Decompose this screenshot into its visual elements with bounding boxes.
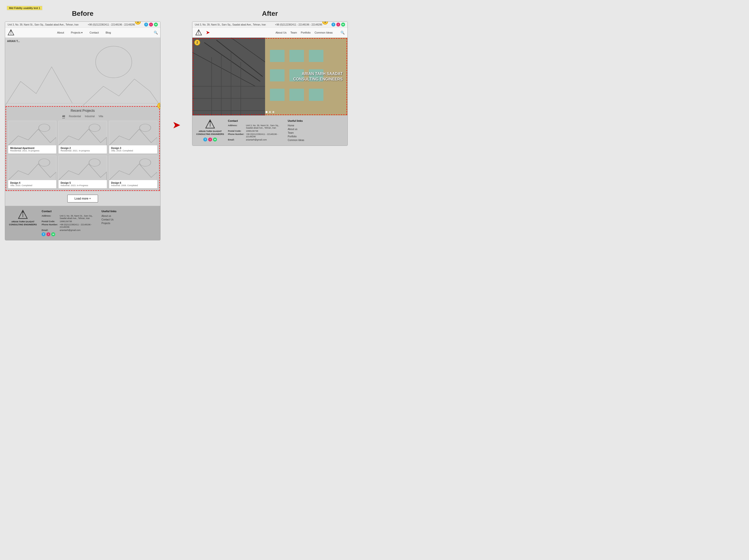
after-search-icon[interactable]: 🔍: [340, 31, 345, 35]
project-name-1: Mirdamad Apartment: [10, 147, 54, 150]
load-more-button[interactable]: Load more +: [67, 195, 98, 202]
after-footer-link-3[interactable]: Portfolio: [288, 135, 344, 138]
hero-dot-1[interactable]: [265, 111, 268, 113]
instagram-icon[interactable]: I: [149, 23, 153, 26]
before-title: Before: [5, 10, 160, 18]
filter-industrial[interactable]: Industrial: [85, 115, 95, 118]
project-thumb-3: [109, 121, 157, 145]
before-panel: Before 1 Unit 3, No. 39, Nami St., Sarv …: [5, 10, 160, 240]
hero-dot-3[interactable]: [272, 111, 274, 113]
before-footer: ARIAN TARH SAADAT CONSULTING ENGINEERS C…: [5, 206, 160, 240]
after-instagram-icon[interactable]: I: [336, 23, 340, 26]
after-telegram-icon[interactable]: T: [331, 23, 335, 26]
svg-rect-41: [270, 69, 284, 82]
footer-telegram-icon[interactable]: T: [42, 232, 45, 236]
svg-rect-46: [309, 89, 323, 101]
filter-villa[interactable]: Villa: [99, 115, 103, 118]
project-card-4[interactable]: Design 4 Villa. 2010. Completed: [8, 156, 57, 188]
after-footer-instagram[interactable]: I: [208, 138, 212, 141]
footer-links-section: Useful links About us Contact Us Project…: [101, 210, 156, 236]
before-hero: [5, 38, 160, 106]
project-card-6[interactable]: Design 6 Industrial. 2008. Completed: [109, 156, 157, 188]
nav-projects[interactable]: Projects ▾: [70, 31, 84, 35]
after-nav-common[interactable]: Common Ideas: [315, 31, 333, 34]
after-footer-logo-area: ARIAN TARH SAADAT CONSULTING ENGINEERS T…: [196, 119, 224, 142]
after-social-icons: T I W: [331, 23, 345, 26]
project-meta-4: Villa. 2010. Completed: [10, 184, 54, 187]
filter-residential[interactable]: Residential: [69, 115, 81, 118]
after-footer: ARIAN TARH SAADAT CONSULTING ENGINEERS T…: [192, 115, 347, 145]
svg-rect-10: [109, 121, 157, 145]
nav-contact[interactable]: Contact: [88, 31, 100, 35]
after-footer-link-4[interactable]: Common Ideas: [288, 139, 344, 141]
footer-instagram-icon[interactable]: I: [46, 232, 50, 236]
project-card-3[interactable]: Design 3 Villa. 2019. Completed: [109, 121, 157, 154]
before-nav-links: About Projects ▾ Contact Blog: [19, 31, 149, 35]
nav-change-arrow: ➤: [206, 30, 210, 35]
svg-rect-40: [309, 50, 323, 62]
project-meta-1: Residential. 2021. In-progress: [10, 150, 54, 152]
project-name-2: Design 2: [61, 147, 105, 150]
after-title: After: [192, 10, 348, 18]
hero-dot-2[interactable]: [269, 111, 271, 113]
project-info-4: Design 4 Villa. 2010. Completed: [8, 180, 56, 188]
svg-rect-45: [290, 89, 304, 101]
after-phone-text: +98 (0)2122382411 - 22148196 - 22148296: [275, 23, 322, 26]
after-footer-link-0[interactable]: Home: [288, 124, 344, 127]
projects-grid: Mirdamad Apartment Residential. 2021. In…: [8, 121, 157, 188]
after-nav-portfolio[interactable]: Portfolio: [301, 31, 311, 34]
footer-email-label: Email:: [42, 229, 59, 231]
project-thumb-2: [59, 121, 107, 145]
after-footer-phone-label: Phone Number:: [228, 133, 245, 138]
after-footer-telegram[interactable]: T: [203, 138, 207, 141]
after-hero: ARIAN TARH SAADAT CONSULTING ENGINEERS: [192, 38, 347, 115]
after-footer-links-list: Home About us Team Portfolio Common Idea…: [288, 124, 344, 141]
after-footer-address-label: Address:: [228, 124, 245, 129]
whatsapp-icon[interactable]: W: [154, 23, 158, 26]
after-nav-about[interactable]: About Us: [276, 31, 286, 34]
project-card-5[interactable]: Design 5 Industrial. 2023. In-Progress: [58, 156, 107, 188]
project-name-4: Design 4: [10, 182, 54, 184]
after-browser: 1 Unit 3, No. 39, Nami St., Sarv Sq., Sa…: [192, 21, 348, 146]
arrow-connector: ➤: [170, 120, 183, 130]
after-nav-bar: ➤ About Us Team Portfolio Common Ideas 🔍: [192, 28, 347, 38]
svg-rect-38: [270, 50, 284, 62]
after-logo-icon: [195, 29, 202, 36]
after-nav-team[interactable]: Team: [291, 31, 297, 34]
svg-rect-3: [5, 38, 160, 106]
badge-3: 3: [157, 103, 160, 109]
hero-company-name: ARIAN TARH SAADAT CONSULTING ENGINEERS: [293, 71, 343, 82]
after-whatsapp-icon[interactable]: W: [341, 23, 345, 26]
nav-about[interactable]: About: [56, 31, 65, 35]
footer-link-2[interactable]: Projects: [101, 222, 156, 225]
project-info-1: Mirdamad Apartment Residential. 2021. In…: [8, 145, 56, 153]
hero-text-overlay: ARIAN TARH SAADAT CONSULTING ENGINEERS: [293, 71, 343, 82]
after-panel: After 1 Unit 3, No. 39, Nami St., Sarv S…: [192, 10, 348, 146]
after-footer-email-row: Email: ariantarh@gmail.com: [228, 138, 284, 141]
hero-dots: [265, 111, 274, 113]
footer-link-0[interactable]: About us: [101, 215, 156, 217]
svg-point-20: [22, 211, 24, 213]
address-text: Unit 3, No. 39, Nami St., Sarv Sq., Saad…: [7, 23, 79, 26]
after-footer-links-section: Useful links Home About us Team Portfoli…: [288, 119, 344, 142]
footer-link-1[interactable]: Contact Us: [101, 218, 156, 221]
after-hero-wrapper: 2: [192, 38, 347, 115]
after-footer-link-1[interactable]: About us: [288, 128, 344, 131]
search-icon[interactable]: 🔍: [154, 31, 158, 35]
after-footer-whatsapp[interactable]: W: [213, 138, 217, 141]
project-meta-5: Industrial. 2023. In-Progress: [61, 184, 105, 187]
nav-blog[interactable]: Blog: [105, 31, 112, 35]
project-card-1[interactable]: Mirdamad Apartment Residential. 2021. In…: [8, 121, 57, 154]
after-footer-postal-label: Postal Code:: [228, 130, 245, 132]
after-footer-contact-section: Contact Address: Unit 3, No. 39, Nami St…: [228, 119, 284, 142]
footer-postal-row: Postal Code: 1998136738: [42, 220, 97, 223]
svg-rect-14: [59, 156, 107, 180]
footer-whatsapp-icon[interactable]: W: [51, 232, 55, 236]
before-hero-wrapper: 2 ARIAN T...: [5, 38, 160, 106]
project-card-2[interactable]: Design 2 Residential. 2021. In-progress: [58, 121, 107, 154]
after-footer-postal-row: Postal Code: 1998136738: [228, 130, 284, 132]
telegram-icon[interactable]: T: [144, 23, 148, 26]
after-footer-link-2[interactable]: Team: [288, 132, 344, 134]
filter-all[interactable]: All: [62, 115, 65, 118]
before-browser: 1 Unit 3, No. 39, Nami St., Sarv Sq., Sa…: [5, 21, 160, 240]
